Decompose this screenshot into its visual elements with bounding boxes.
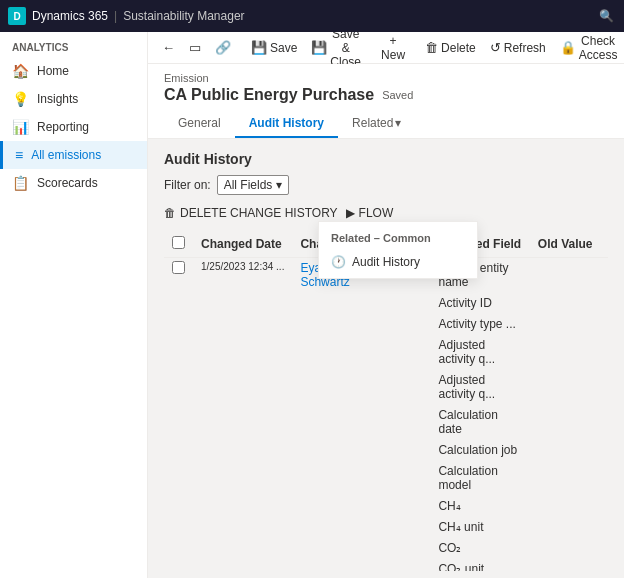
old-value-cell [530,314,601,335]
audit-table-scroll[interactable]: Changed Date Changed By Event Changed Fi… [164,231,608,571]
event-cell [378,517,430,538]
changed-date-cell [193,461,292,496]
changed-by-cell [292,314,378,335]
sidebar-item-label: Scorecards [37,176,98,190]
dropdown-item-label: Audit History [352,255,420,269]
record-link-button[interactable]: 🔗 [209,36,237,59]
filter-chevron-icon: ▾ [276,178,282,192]
chevron-down-icon: ▾ [395,116,401,130]
back-icon: ← [162,40,175,55]
changed-by-cell [292,461,378,496]
dropdown-item-audit-history[interactable]: 🕐 Audit History [319,250,477,274]
scorecards-icon: 📋 [12,175,29,191]
old-value-cell [530,335,601,370]
search-icon[interactable]: 🔍 [596,6,616,26]
new-value-cell: 0.0100000000 [601,370,608,405]
row-checkbox-cell [164,517,193,538]
old-value-cell [530,517,601,538]
sidebar-item-insights[interactable]: 💡 Insights [0,85,147,113]
flow-audit-button[interactable]: ▶ FLOW [346,203,394,223]
back-button[interactable]: ← [156,36,181,59]
col-new-value: New Value [601,231,608,258]
changed-by-cell [292,496,378,517]
new-value-cell: 0.1830000000 [601,538,608,559]
changed-date-cell [193,496,292,517]
table-row: Activity type ... Electricity [164,314,608,335]
changed-field-cell: Calculation model [430,461,529,496]
row-checkbox-cell [164,370,193,405]
check-access-icon: 🔒 [560,40,576,55]
changed-date-cell [193,517,292,538]
panel-toggle-button[interactable]: ▭ [183,36,207,59]
new-value-cell: msdyn_purchasedenergy [601,258,608,293]
refresh-button[interactable]: ↺ Refresh [484,36,552,59]
col-changed-date: Changed Date [193,231,292,258]
delete-change-history-button[interactable]: 🗑 DELETE CHANGE HISTORY [164,203,338,223]
sidebar-item-all-emissions[interactable]: ≡ All emissions [0,141,147,169]
check-access-button[interactable]: 🔒 Check Access [554,32,624,66]
changed-date-cell [193,538,292,559]
tab-general[interactable]: General [164,110,235,138]
module-name: Sustainability Manager [123,9,244,23]
new-button[interactable]: + New [375,32,411,66]
old-value-cell [530,496,601,517]
row-checkbox[interactable] [172,261,185,274]
changed-field-cell: Calculation date [430,405,529,440]
refresh-label: Refresh [504,41,546,55]
link-icon: 🔗 [215,40,231,55]
dynamics-icon: D [8,7,26,25]
save-button[interactable]: 💾 Save [245,36,303,59]
old-value-cell [530,405,601,440]
tabs-row: General Audit History Related ▾ [164,110,608,138]
event-cell [378,293,430,314]
delete-change-history-label: DELETE CHANGE HISTORY [180,206,338,220]
new-value-cell: 🔗 lb [601,559,608,572]
emissions-icon: ≡ [15,147,23,163]
sidebar-item-reporting[interactable]: 📊 Reporting [0,113,147,141]
tab-related[interactable]: Related ▾ [338,110,415,138]
history-icon: 🕐 [331,255,346,269]
table-row: CO₂ 0.1830000000 [164,538,608,559]
row-checkbox-cell [164,293,193,314]
delete-button[interactable]: 🗑 Delete [419,36,482,59]
changed-date-cell [193,370,292,405]
changed-by-cell [292,538,378,559]
select-all-checkbox[interactable] [172,236,185,249]
changed-field-cell: Adjusted activity q... [430,335,529,370]
new-value-cell: 0.0006500000 [601,496,608,517]
delete-icon: 🗑 [425,40,438,55]
new-value-cell: 🔗 MWh [601,335,608,370]
filter-value: All Fields [224,178,273,192]
sidebar-item-scorecards[interactable]: 📋 Scorecards [0,169,147,197]
changed-by-cell [292,559,378,572]
changed-date-cell [193,405,292,440]
table-row: CH₄ unit 🔗 lb [164,517,608,538]
row-checkbox-cell [164,496,193,517]
save-close-icon: 💾 [311,40,327,55]
table-row: Calculation date 1/25/2023 [164,405,608,440]
home-icon: 🏠 [12,63,29,79]
app-logo: D Dynamics 365 | Sustainability Manager [8,7,245,25]
new-value-cell: Electricity [601,314,608,335]
tab-audit-history[interactable]: Audit History [235,110,338,138]
refresh-icon: ↺ [490,40,501,55]
sidebar-item-label: Home [37,64,69,78]
changed-field-cell: CO₂ [430,538,529,559]
command-bar: ← ▭ 🔗 💾 Save 💾 Save & Close + New [148,32,624,64]
save-icon: 💾 [251,40,267,55]
changed-field-cell: CO₂ unit [430,559,529,572]
old-value-cell [530,538,601,559]
table-row: CH₄ 0.0006500000 [164,496,608,517]
changed-date-cell: 1/25/2023 12:34 ... [193,258,292,293]
new-value-cell: 🔗 m16746768962358 [601,440,608,461]
saved-badge: Saved [382,89,413,101]
filter-dropdown[interactable]: All Fields ▾ [217,175,290,195]
main-layout: Analytics 🏠 Home 💡 Insights 📊 Reporting … [0,32,624,578]
old-value-cell [530,559,601,572]
row-checkbox-cell [164,538,193,559]
audit-table: Changed Date Changed By Event Changed Fi… [164,231,608,571]
row-checkbox-cell [164,559,193,572]
insights-icon: 💡 [12,91,29,107]
sidebar-item-home[interactable]: 🏠 Home [0,57,147,85]
sidebar: Analytics 🏠 Home 💡 Insights 📊 Reporting … [0,32,148,578]
